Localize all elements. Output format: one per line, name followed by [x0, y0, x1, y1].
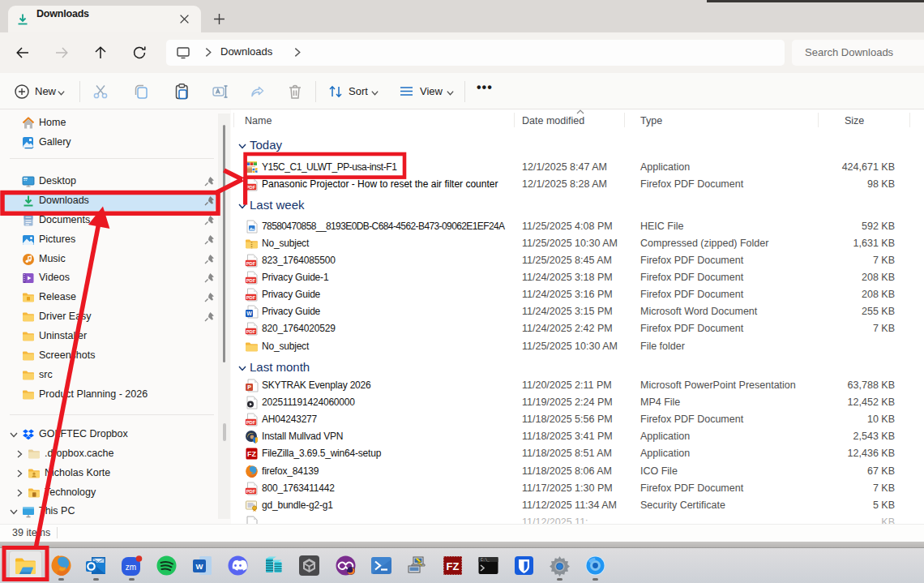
svg-text:FZ: FZ: [247, 450, 256, 458]
svg-text:C:\_: C:\_: [481, 558, 490, 562]
svg-text:PDF: PDF: [246, 261, 256, 266]
svg-text:W: W: [196, 562, 203, 571]
svg-text:W: W: [246, 311, 252, 316]
svg-text:PDF: PDF: [246, 184, 256, 189]
svg-text:PDF: PDF: [246, 278, 256, 283]
svg-text:PDF: PDF: [246, 329, 256, 334]
svg-text:PDF: PDF: [246, 420, 256, 425]
svg-text:zm: zm: [126, 563, 136, 572]
svg-text:PDF: PDF: [246, 488, 256, 493]
svg-text:FZ: FZ: [447, 560, 460, 572]
svg-text:P: P: [247, 384, 251, 390]
svg-text:PDF: PDF: [246, 295, 256, 300]
